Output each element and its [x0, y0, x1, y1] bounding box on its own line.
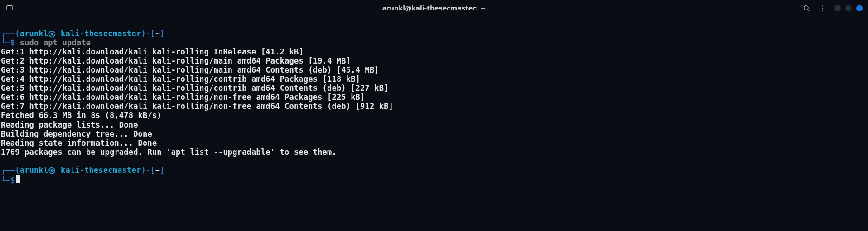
output-line: Building dependency tree... Done — [1, 129, 867, 138]
skull-icon: ㉿ — [48, 29, 56, 38]
output-line: Get:6 http://kali.download/kali kali-rol… — [1, 93, 867, 102]
output-line: 1769 packages can be upgraded. Run 'apt … — [1, 147, 867, 157]
prompt-path: ~ — [155, 29, 160, 38]
output-line: Fetched 66.3 MB in 8s (8,478 kB/s) — [1, 111, 867, 120]
prompt-line-2: ┌──(arunkl㉿ kali-thesecmaster)-[~] — [1, 166, 867, 175]
prompt-host: kali-thesecmaster — [61, 29, 141, 38]
output-line: Get:5 http://kali.download/kali kali-rol… — [1, 84, 867, 93]
prompt-user: arunkl — [20, 29, 48, 38]
prompt-path: ~ — [155, 166, 160, 175]
output-line: Get:4 http://kali.download/kali kali-rol… — [1, 74, 867, 84]
window-controls — [834, 5, 863, 11]
search-icon[interactable] — [802, 4, 811, 13]
minimize-button[interactable] — [834, 5, 841, 11]
output-line: Get:2 http://kali.download/kali kali-rol… — [1, 56, 867, 65]
output-line: Get:1 http://kali.download/kali kali-rol… — [1, 47, 867, 56]
box-drawing: └─ — [1, 38, 10, 47]
menu-icon[interactable] — [818, 4, 827, 13]
app-icon[interactable] — [5, 4, 14, 12]
terminal-output: Get:1 http://kali.download/kali kali-rol… — [1, 47, 867, 157]
output-line: Reading state information... Done — [1, 138, 867, 147]
command-line: └─$ sudo apt update — [1, 38, 867, 47]
svg-point-2 — [822, 5, 823, 6]
terminal-area[interactable]: ┌──(arunkl㉿ kali-thesecmaster)-[~] └─$ s… — [0, 16, 868, 186]
prompt-line-1: ┌──(arunkl㉿ kali-thesecmaster)-[~] — [1, 29, 867, 38]
window-title: arunkl@kali-thesecmaster: ~ — [382, 5, 486, 12]
close-button[interactable] — [856, 5, 863, 11]
command-rest: apt update — [39, 38, 91, 47]
prompt-host: kali-thesecmaster — [61, 166, 141, 175]
box-drawing: └─ — [1, 176, 10, 185]
svg-point-3 — [822, 8, 823, 9]
svg-point-1 — [804, 6, 808, 10]
box-drawing: ┌──( — [1, 166, 20, 175]
box-drawing: )-[ — [141, 29, 155, 38]
titlebar: arunkl@kali-thesecmaster: ~ — [0, 0, 868, 16]
output-line: Get:3 http://kali.download/kali kali-rol… — [1, 65, 867, 74]
maximize-button[interactable] — [845, 5, 852, 11]
input-line[interactable]: └─$ — [1, 175, 867, 185]
box-drawing: ] — [160, 29, 164, 38]
box-drawing: ┌──( — [1, 29, 20, 38]
svg-point-4 — [822, 10, 823, 11]
command-sudo: sudo — [20, 38, 39, 47]
prompt-dollar: $ — [10, 38, 15, 47]
prompt-user: arunkl — [20, 166, 48, 175]
svg-rect-0 — [7, 6, 12, 10]
box-drawing: )-[ — [141, 166, 155, 175]
skull-icon: ㉿ — [48, 166, 56, 175]
output-line: Get:7 http://kali.download/kali kali-rol… — [1, 102, 867, 111]
box-drawing: ] — [160, 166, 164, 175]
cursor — [16, 175, 20, 183]
output-line: Reading package lists... Done — [1, 120, 867, 129]
prompt-dollar: $ — [10, 176, 15, 185]
